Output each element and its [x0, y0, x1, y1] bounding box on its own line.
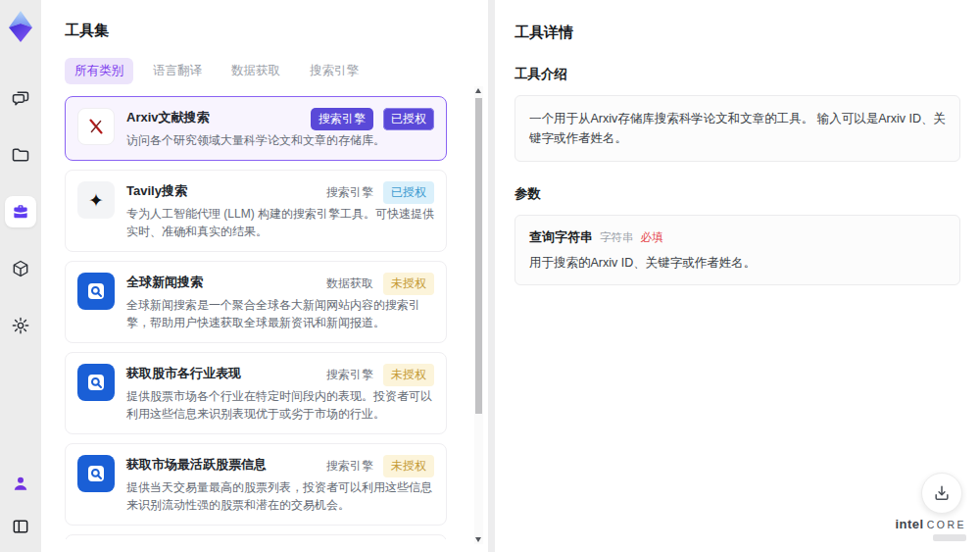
tool-card-list: Arxiv文献搜索 访问各个研究领域大量科学论文和文章的存储库。 搜索引擎 已授… [65, 96, 465, 539]
param-type: 字符串 [600, 230, 634, 245]
params-heading: 参数 [514, 185, 960, 203]
intel-ultra-watermark [933, 534, 966, 541]
cube-icon[interactable] [5, 253, 36, 284]
tool-description: 全球新闻搜索是一个聚合全球各大新闻网站内容的搜索引擎，帮助用户快速获取全球最新资… [126, 296, 434, 331]
category-badge: 搜索引擎 [311, 108, 373, 130]
param-description: 用于搜索的Arxiv ID、关键字或作者姓名。 [529, 255, 946, 272]
category-tabs: 所有类别 语言翻译 数据获取 搜索引擎 [65, 58, 465, 84]
sidebar-toggle-icon[interactable] [5, 511, 36, 542]
tool-list-panel: 工具集 所有类别 语言翻译 数据获取 搜索引擎 Arxiv文献搜索 访问各个研究… [41, 0, 488, 552]
core-wordmark: CORE [927, 519, 966, 530]
tool-description: 提供股票市场各个行业在特定时间段内的表现。投资者可以利用这些信息来识别表现优于或… [126, 387, 434, 423]
auth-status-badge: 未授权 [383, 273, 434, 295]
list-scrollbar[interactable] [474, 86, 483, 544]
tool-description: 提供当天交易量最高的股票列表，投资者可以利用这些信息来识别流动性强的股票和潜在的… [126, 478, 434, 514]
app-window: 工具集 所有类别 语言翻译 数据获取 搜索引擎 Arxiv文献搜索 访问各个研究… [0, 0, 980, 552]
auth-status-badge: 已授权 [383, 108, 434, 130]
download-button[interactable] [921, 473, 962, 514]
detail-title: 工具详情 [514, 24, 960, 42]
tab-data-fetch[interactable]: 数据获取 [221, 58, 290, 84]
tool-card-most-active-stocks[interactable]: 获取市场最活跃股票信息 提供当天交易量最高的股票列表，投资者可以利用这些信息来识… [65, 443, 447, 526]
category-label: 搜索引擎 [326, 367, 373, 383]
nav-rail [0, 0, 41, 552]
tool-description: 专为人工智能代理 (LLM) 构建的搜索引擎工具。可快速提供实时、准确和真实的结… [126, 205, 434, 240]
arxiv-logo-icon [77, 108, 115, 145]
param-name: 查询字符串 [529, 228, 593, 246]
intro-heading: 工具介绍 [514, 66, 960, 83]
tab-all-categories[interactable]: 所有类别 [65, 58, 133, 84]
category-label: 搜索引擎 [326, 184, 373, 201]
tool-description: 访问各个研究领域大量科学论文和文章的存储库。 [126, 131, 434, 149]
user-avatar-icon[interactable] [5, 468, 36, 499]
intel-core-logo: intel CORE [895, 517, 966, 541]
toolbox-icon[interactable] [5, 196, 36, 227]
chat-icon[interactable] [5, 82, 36, 114]
app-logo-icon[interactable] [6, 8, 35, 45]
auth-status-badge: 未授权 [383, 455, 434, 477]
tavily-logo-icon: ✦ [77, 181, 115, 219]
param-required-badge: 必填 [641, 230, 663, 245]
tool-detail-panel: 工具详情 工具介绍 一个用于从Arxiv存储库搜索科学论文和文章的工具。 输入可… [495, 0, 980, 552]
scroll-down-arrow-icon[interactable] [475, 537, 481, 542]
tab-search-engine[interactable]: 搜索引擎 [300, 58, 368, 84]
parameter-card: 查询字符串 字符串 必填 用于搜索的Arxiv ID、关键字或作者姓名。 [514, 215, 960, 285]
intel-wordmark: intel [895, 517, 923, 531]
tool-card-regional-news[interactable]: 万维地区新闻查询 查询具体行政区划内的新闻，快速了解各地新闻动 搜索引擎 未授权 [65, 534, 447, 539]
folder-icon[interactable] [5, 139, 36, 171]
tool-card-tavily[interactable]: ✦ Tavily搜索 专为人工智能代理 (LLM) 构建的搜索引擎工具。可快速提… [65, 170, 447, 252]
tool-card-arxiv[interactable]: Arxiv文献搜索 访问各个研究领域大量科学论文和文章的存储库。 搜索引擎 已授… [65, 96, 447, 161]
settings-gear-icon[interactable] [5, 310, 36, 341]
category-label: 数据获取 [326, 276, 373, 292]
tool-card-global-news[interactable]: 全球新闻搜索 全球新闻搜索是一个聚合全球各大新闻网站内容的搜索引擎，帮助用户快速… [65, 261, 447, 343]
stock-tool-logo-icon [77, 364, 115, 401]
stock-tool-logo-icon [77, 455, 115, 492]
auth-status-badge: 已授权 [383, 181, 434, 204]
tab-translation[interactable]: 语言翻译 [143, 58, 212, 84]
news-search-logo-icon [77, 273, 115, 310]
category-label: 搜索引擎 [326, 458, 373, 475]
intro-text-box: 一个用于从Arxiv存储库搜索科学论文和文章的工具。 输入可以是Arxiv ID… [514, 95, 960, 162]
scrollbar-thumb[interactable] [475, 98, 482, 414]
scroll-up-arrow-icon[interactable] [475, 88, 481, 93]
tool-card-sector-performance[interactable]: 获取股市各行业表现 提供股票市场各个行业在特定时间段内的表现。投资者可以利用这些… [65, 352, 447, 434]
page-title: 工具集 [65, 22, 465, 40]
auth-status-badge: 未授权 [383, 364, 434, 386]
